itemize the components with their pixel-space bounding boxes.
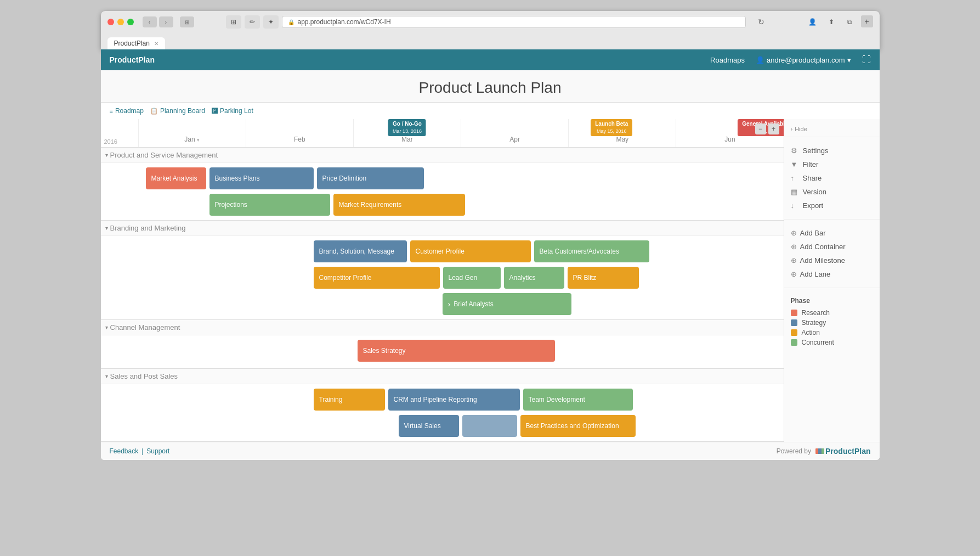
bar-crm-pipeline[interactable]: CRM and Pipeline Reporting	[388, 389, 520, 411]
sidebar-item-export[interactable]: ↓ Export	[791, 199, 873, 212]
breadcrumb-nav: ≡ Roadmap 📋 Planning Board 🅿 Parking Lot	[101, 103, 880, 119]
bar-brand-solution-message[interactable]: Brand, Solution, Message	[314, 240, 407, 262]
ssl-lock-icon: 🔒	[288, 19, 294, 25]
back-button[interactable]: ‹	[143, 16, 157, 27]
reload-button[interactable]: ↻	[754, 15, 769, 29]
lane-sales-row-1: Training CRM and Pipeline Reporting Team…	[105, 389, 779, 411]
sidebar-item-share[interactable]: ↑ Share	[791, 171, 873, 185]
tab-close-button[interactable]: ✕	[154, 41, 158, 47]
bar-beta-customers[interactable]: Beta Customers/Advocates	[534, 240, 649, 262]
browser-tab[interactable]: ProductPlan ✕	[107, 37, 165, 49]
bar-brief-analysts[interactable]: › Brief Analysts	[443, 293, 571, 315]
add-milestone-button[interactable]: ⊕ Add Milestone	[791, 254, 873, 267]
sidebar-item-version[interactable]: ▦ Version	[791, 185, 873, 199]
window-toggle-button[interactable]: ⊞	[180, 16, 194, 27]
settings-icon: ⚙	[791, 147, 800, 155]
breadcrumb-planning-label: Planning Board	[160, 107, 205, 115]
new-tab-button[interactable]: +	[861, 15, 873, 27]
bar-competitor-profile[interactable]: Competitor Profile	[314, 267, 440, 289]
bar-virtual-sales-ext[interactable]	[462, 415, 517, 437]
hide-button[interactable]: › Hide	[784, 123, 880, 137]
sidebar-item-filter[interactable]: ▼ Filter	[791, 158, 873, 171]
bar-pr-blitz[interactable]: PR Blitz	[568, 267, 639, 289]
phase-research-label: Research	[802, 309, 830, 317]
support-link[interactable]: Support	[146, 447, 169, 455]
chevron-icon-4: ▾	[105, 373, 108, 379]
breadcrumb-planning-board[interactable]: 📋 Planning Board	[150, 107, 205, 115]
bar-sales-strategy[interactable]: Sales Strategy	[358, 340, 555, 362]
zoom-in-button[interactable]: +	[768, 123, 779, 134]
tool-button-1[interactable]: ⊞	[226, 15, 241, 29]
sidebar-main-section: ⚙ Settings ▼ Filter ↑ Share ▦ Version	[784, 142, 880, 215]
bar-lead-gen[interactable]: Lead Gen	[443, 267, 501, 289]
month-arrow-jan: ▾	[197, 137, 200, 143]
brand-logo[interactable]: ProductPlan	[110, 55, 155, 64]
phase-action-label: Action	[802, 329, 820, 336]
chevron-icon-3: ▾	[105, 324, 108, 330]
month-mar: Go / No-Go Mar 13, 2016 Mar	[353, 119, 461, 147]
export-label: Export	[803, 201, 824, 210]
roadmap-area: − + 2016 Jan ▾ Feb	[101, 119, 784, 442]
lane-sales-post-sales-header[interactable]: ▾ Sales and Post Sales	[101, 369, 784, 384]
add-lane-button[interactable]: ⊕ Add Lane	[791, 267, 873, 281]
lane-row-1: Market Analysis Business Plans Price Def…	[105, 167, 779, 189]
add-milestone-label: Add Milestone	[800, 256, 845, 265]
phase-research-dot	[791, 310, 797, 316]
roadmaps-link[interactable]: Roadmaps	[710, 56, 745, 64]
lane-product-service-header[interactable]: ▾ Product and Service Management	[101, 148, 784, 163]
user-menu[interactable]: 👤 andre@productplan.com ▾	[756, 56, 851, 64]
share-browser-button[interactable]: ⬆	[824, 15, 839, 29]
address-bar[interactable]: 🔒 app.productplan.com/wCd7X-IH	[282, 16, 746, 28]
bar-best-practices[interactable]: Best Practices and Optimization	[520, 415, 636, 437]
add-milestone-icon: ⊕	[791, 256, 797, 265]
minimize-button[interactable]	[117, 19, 124, 25]
bar-team-development[interactable]: Team Development	[523, 389, 633, 411]
bar-price-definition[interactable]: Price Definition	[317, 167, 424, 189]
url-text: app.productplan.com/wCd7X-IH	[298, 18, 391, 26]
breadcrumb-roadmap[interactable]: ≡ Roadmap	[110, 107, 144, 115]
tool-button-3[interactable]: ✦	[263, 15, 279, 29]
bar-training[interactable]: Training	[314, 389, 385, 411]
tab-title: ProductPlan	[114, 40, 150, 47]
duplicate-button[interactable]: ⧉	[842, 15, 858, 29]
phase-section: Phase Research Strategy Action	[784, 293, 880, 352]
content-area: − + 2016 Jan ▾ Feb	[101, 119, 880, 442]
bar-market-analysis[interactable]: Market Analysis	[146, 167, 206, 189]
bar-market-requirements[interactable]: Market Requirements	[333, 194, 465, 216]
bar-business-plans[interactable]: Business Plans	[209, 167, 314, 189]
chevron-icon-2: ▾	[105, 225, 108, 231]
bar-customer-profile[interactable]: Customer Profile	[410, 240, 531, 262]
close-button[interactable]	[107, 19, 114, 25]
add-container-button[interactable]: ⊕ Add Container	[791, 240, 873, 254]
add-bar-button[interactable]: ⊕ Add Bar	[791, 226, 873, 240]
maximize-button[interactable]	[127, 19, 134, 25]
profile-button[interactable]: 👤	[805, 15, 820, 29]
breadcrumb-parking-lot[interactable]: 🅿 Parking Lot	[212, 107, 253, 115]
filter-icon: ▼	[791, 160, 800, 169]
tool-button-2[interactable]: ✏	[245, 15, 260, 29]
lane-channel-management-header[interactable]: ▾ Channel Management	[101, 320, 784, 335]
feedback-link[interactable]: Feedback	[110, 447, 139, 455]
zoom-out-button[interactable]: −	[755, 123, 766, 134]
milestone-launch-beta[interactable]: Launch Beta May 15, 2016	[591, 119, 632, 136]
lane-branding-row-1: Brand, Solution, Message Customer Profil…	[105, 240, 779, 262]
user-icon: 👤	[756, 56, 764, 64]
lane-channel-management-content: Sales Strategy	[101, 335, 784, 368]
lane-product-service-content: Market Analysis Business Plans Price Def…	[101, 163, 784, 220]
lane-channel-row-1: Sales Strategy	[105, 340, 779, 362]
lane-branding-marketing-header[interactable]: ▾ Branding and Marketing	[101, 221, 784, 236]
sidebar-item-settings[interactable]: ⚙ Settings	[791, 144, 873, 158]
breadcrumb-parking-label: Parking Lot	[220, 107, 253, 115]
bar-virtual-sales[interactable]: Virtual Sales	[399, 415, 459, 437]
milestone-go-no-go[interactable]: Go / No-Go Mar 13, 2016	[388, 119, 426, 136]
footer: Feedback | Support Powered by ProductPla…	[101, 442, 880, 460]
phase-research: Research	[791, 308, 873, 318]
month-feb: Feb	[246, 119, 353, 147]
forward-button[interactable]: ›	[159, 16, 173, 27]
add-bar-icon: ⊕	[791, 229, 797, 237]
fullscreen-button[interactable]: ⛶	[862, 55, 871, 65]
brief-analysts-chevron-icon: ›	[448, 300, 451, 308]
lane-sales-post-sales-content: Training CRM and Pipeline Reporting Team…	[101, 384, 784, 441]
bar-analytics[interactable]: Analytics	[504, 267, 564, 289]
bar-projections[interactable]: Projections	[209, 194, 330, 216]
